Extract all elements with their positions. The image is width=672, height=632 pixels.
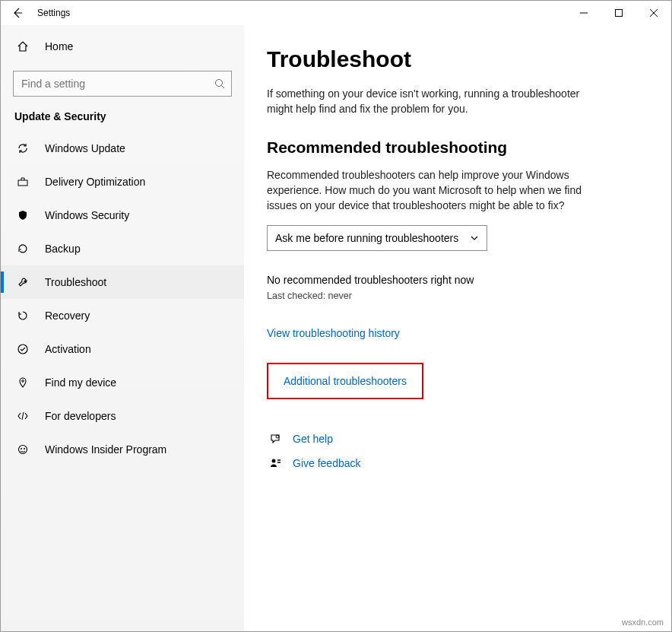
last-checked-text: Last checked: never	[267, 291, 641, 301]
back-arrow-icon	[11, 7, 24, 19]
svg-point-13	[272, 459, 276, 463]
maximize-icon	[615, 9, 623, 17]
developers-icon	[14, 410, 31, 422]
svg-rect-6	[18, 180, 27, 186]
svg-point-12	[276, 435, 279, 438]
window-title: Settings	[37, 8, 70, 18]
history-link[interactable]: View troubleshooting history	[267, 327, 400, 339]
troubleshooter-mode-dropdown[interactable]: Ask me before running troubleshooters	[267, 225, 487, 251]
minimize-button[interactable]	[566, 1, 601, 25]
location-icon	[14, 376, 31, 389]
sidebar-item-label: Windows Security	[45, 209, 129, 221]
page-title: Troubleshoot	[267, 46, 641, 72]
sidebar-item-label: Recovery	[45, 310, 90, 322]
back-button[interactable]	[1, 1, 34, 25]
additional-troubleshooters-link[interactable]: Additional troubleshooters	[267, 363, 423, 399]
svg-rect-1	[616, 10, 623, 17]
shield-icon	[14, 209, 31, 221]
search-input[interactable]	[20, 77, 214, 91]
search-icon	[214, 78, 225, 89]
main-content: Troubleshoot If something on your device…	[244, 25, 671, 631]
help-icon	[267, 433, 284, 445]
recovery-icon	[14, 310, 31, 322]
minimize-icon	[580, 9, 588, 17]
sidebar-item-label: Troubleshoot	[45, 276, 106, 288]
sidebar-item-activation[interactable]: Activation	[1, 332, 244, 366]
home-nav[interactable]: Home	[1, 30, 244, 63]
home-icon	[14, 40, 31, 52]
svg-point-7	[18, 345, 27, 354]
chevron-down-icon	[470, 233, 479, 243]
category-header: Update & Security	[1, 107, 244, 132]
sidebar-item-windows-security[interactable]: Windows Security	[1, 198, 244, 232]
svg-line-5	[222, 86, 225, 89]
watermark: wsxdn.com	[622, 618, 664, 627]
backup-icon	[14, 243, 31, 255]
sidebar: Home Update & Security Windows Update	[1, 25, 244, 631]
give-feedback-link: Give feedback	[293, 457, 361, 469]
svg-point-8	[22, 380, 24, 383]
insider-icon	[14, 443, 31, 456]
check-circle-icon	[14, 343, 31, 355]
svg-point-10	[21, 448, 22, 449]
recommended-text: Recommended troubleshooters can help imp…	[267, 167, 601, 214]
maximize-button[interactable]	[601, 1, 636, 25]
sidebar-item-recovery[interactable]: Recovery	[1, 299, 244, 332]
home-label: Home	[45, 40, 73, 52]
sidebar-item-insider-program[interactable]: Windows Insider Program	[1, 433, 244, 466]
get-help-link: Get help	[293, 433, 333, 445]
titlebar: Settings	[1, 1, 671, 25]
sidebar-item-label: Windows Insider Program	[45, 443, 166, 456]
sidebar-item-troubleshoot[interactable]: Troubleshoot	[1, 265, 244, 299]
sidebar-item-for-developers[interactable]: For developers	[1, 399, 244, 433]
svg-point-11	[24, 448, 25, 449]
sidebar-item-label: For developers	[45, 410, 116, 422]
sidebar-item-delivery-optimization[interactable]: Delivery Optimization	[1, 165, 244, 198]
svg-point-4	[216, 80, 223, 87]
sidebar-item-label: Delivery Optimization	[45, 176, 145, 188]
no-recommended-text: No recommended troubleshooters right now	[267, 274, 641, 286]
wrench-icon	[14, 276, 31, 288]
sidebar-item-label: Activation	[45, 343, 91, 355]
close-button[interactable]	[636, 1, 671, 25]
intro-text: If something on your device isn't workin…	[267, 86, 601, 117]
get-help-row[interactable]: Get help	[267, 433, 641, 445]
search-box[interactable]	[13, 71, 232, 97]
svg-point-9	[19, 446, 27, 454]
give-feedback-row[interactable]: Give feedback	[267, 457, 641, 469]
sidebar-item-label: Windows Update	[45, 142, 125, 154]
sidebar-item-backup[interactable]: Backup	[1, 232, 244, 265]
sync-icon	[14, 142, 31, 154]
recommended-heading: Recommended troubleshooting	[267, 138, 641, 157]
close-icon	[650, 9, 658, 17]
sidebar-item-label: Find my device	[45, 376, 116, 389]
dropdown-value: Ask me before running troubleshooters	[275, 232, 458, 244]
sidebar-item-label: Backup	[45, 243, 81, 255]
sidebar-item-find-my-device[interactable]: Find my device	[1, 366, 244, 399]
feedback-icon	[267, 457, 284, 469]
settings-window: Settings Home	[0, 0, 672, 632]
sidebar-item-windows-update[interactable]: Windows Update	[1, 132, 244, 165]
delivery-icon	[14, 176, 31, 188]
